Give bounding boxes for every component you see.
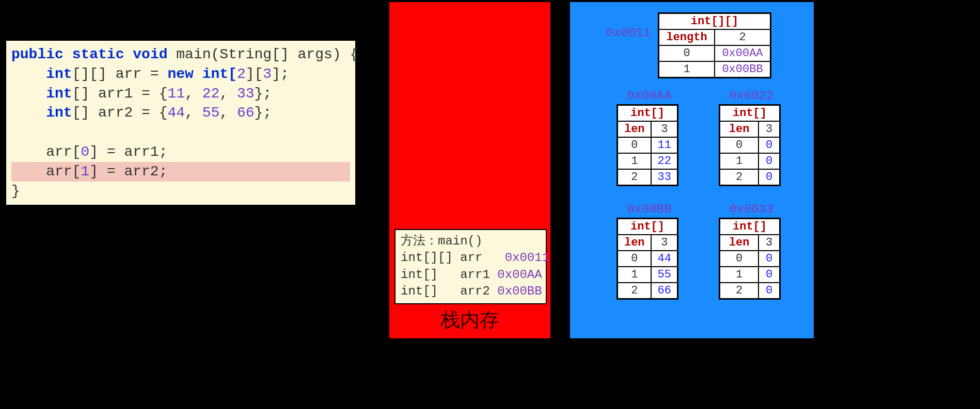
heap-table-int-array: int[] len3 00 10 20 [719, 104, 781, 186]
code-text: ] = arr1; [89, 144, 167, 160]
code-text: [] arr1 = { [72, 86, 168, 102]
idx: 2 [618, 169, 652, 186]
len-value: 3 [651, 121, 677, 137]
val: 55 [651, 267, 677, 283]
table-title: int[] [618, 105, 678, 122]
code-text: }; [255, 105, 272, 121]
idx: 1 [618, 267, 652, 283]
val: 33 [651, 169, 677, 186]
idx: 0 [720, 137, 759, 153]
var-name: arr2 [460, 284, 490, 298]
heap-addr-label: 0x00BB [627, 202, 671, 216]
num: 0 [81, 144, 89, 160]
code-line-5 [11, 123, 350, 142]
kw-int: int [46, 86, 72, 102]
stack-var-row: int[][] arr 0x0011 [401, 250, 541, 266]
num: 44 [167, 105, 185, 121]
num: 33 [237, 86, 255, 102]
idx: 0 [659, 45, 715, 61]
table-title: int[] [618, 219, 678, 235]
idx: 1 [618, 153, 652, 169]
sep: , [185, 105, 202, 121]
num: 55 [202, 105, 220, 121]
method-label: 方法： [401, 234, 438, 248]
heap-table-2d-array: int[][] length2 00x00AA 10x00BB [658, 12, 771, 78]
heap-addr-label: 0x0011 [606, 26, 651, 40]
addr-value: 0x00AA [715, 45, 771, 61]
idx: 0 [720, 251, 759, 267]
idx: 2 [618, 283, 652, 299]
stack-var-row: int[] arr1 0x00AA [401, 267, 541, 283]
code-line-4: int[] arr2 = {44, 55, 66}; [11, 103, 350, 123]
length-label: length [659, 29, 715, 45]
val: 44 [651, 251, 677, 267]
length-value: 2 [715, 29, 771, 45]
val: 0 [758, 267, 780, 283]
stack-memory-area: 方法：main() int[][] arr 0x0011 int[] arr1 … [387, 0, 552, 340]
table-title: int[][] [659, 13, 771, 30]
var-addr: 0x00AA [497, 268, 542, 282]
len-label: len [720, 121, 759, 137]
idx: 0 [618, 137, 652, 153]
var-type: int[] [401, 268, 453, 282]
var-type: int[] [401, 284, 453, 298]
var-name: arr [460, 251, 490, 265]
stack-var-row: int[] arr2 0x00BB [401, 283, 541, 300]
kw-int: int [46, 66, 72, 82]
var-type: int[][] [401, 251, 453, 265]
code-text: [] arr2 = { [72, 105, 168, 121]
heap-addr-label: 0x0022 [729, 89, 773, 103]
len-label: len [720, 235, 759, 251]
heap-table-int-array: int[] len3 00 10 20 [719, 218, 781, 300]
code-panel: public static void main(String[] args) {… [5, 40, 356, 206]
len-label: len [618, 121, 652, 137]
val: 0 [758, 283, 780, 299]
idx: 2 [720, 169, 759, 186]
code-text: arr[ [11, 163, 81, 179]
code-line-6: arr[0] = arr1; [11, 142, 350, 162]
code-line-8: } [11, 182, 350, 201]
code-text: ]; [272, 66, 289, 82]
kw-public: public [11, 46, 64, 62]
code-text: arr[ [11, 144, 81, 160]
idx: 0 [618, 251, 652, 267]
stack-method-row: 方法：main() [401, 233, 541, 250]
code-line-7-highlight: arr[1] = arr2; [11, 162, 350, 182]
heap-table-int-array: int[] len3 011 122 233 [617, 104, 678, 186]
idx: 1 [659, 61, 715, 78]
idx: 1 [720, 267, 759, 283]
val: 11 [651, 137, 677, 153]
code-line-1: public static void main(String[] args) { [11, 45, 350, 64]
num: 2 [237, 66, 246, 82]
idx: 1 [720, 153, 759, 169]
code-text: } [11, 183, 20, 199]
code-text: main(String[] args) { [168, 46, 359, 62]
val: 22 [651, 153, 677, 169]
sep: , [185, 86, 202, 102]
stack-frame-main: 方法：main() int[][] arr 0x0011 int[] arr1 … [394, 229, 547, 304]
var-name: arr1 [460, 268, 490, 282]
val: 0 [758, 153, 780, 169]
idx: 2 [720, 283, 759, 299]
code-line-3: int[] arr1 = {11, 22, 33}; [11, 84, 350, 104]
sep: , [219, 105, 237, 121]
heap-addr-label: 0x0033 [729, 202, 773, 216]
num: 66 [237, 105, 255, 121]
sep: , [219, 86, 237, 102]
len-value: 3 [758, 235, 780, 251]
val: 0 [758, 251, 780, 267]
var-addr: 0x00BB [497, 284, 542, 298]
heap-addr-label: 0x00AA [627, 89, 671, 103]
var-addr: 0x0011 [505, 251, 549, 265]
code-text: ][ [246, 66, 263, 82]
val: 66 [651, 283, 677, 299]
kw-void: void [133, 46, 167, 62]
len-label: len [618, 235, 652, 251]
table-title: int[] [720, 219, 780, 235]
stack-memory-label: 栈内存 [387, 307, 552, 333]
code-text: [][] arr = [72, 66, 168, 82]
heap-table-int-array: int[] len3 044 155 266 [617, 218, 678, 300]
kw-int: int [46, 105, 72, 121]
table-title: int[] [720, 105, 780, 122]
val: 0 [758, 169, 780, 186]
